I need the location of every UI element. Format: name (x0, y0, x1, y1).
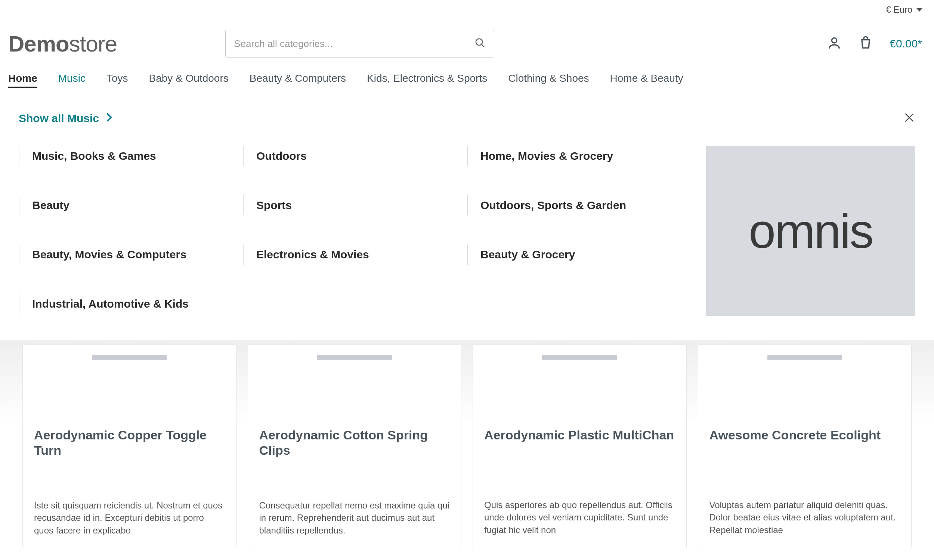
product-card[interactable]: Aerodynamic Plastic MultiChan Quis asper… (473, 344, 687, 548)
show-all-music-link[interactable]: Show all Music (18, 112, 113, 125)
currency-selector[interactable]: € Euro (886, 5, 923, 15)
product-image-placeholder (317, 355, 392, 360)
nav-home[interactable]: Home (8, 72, 37, 88)
svg-point-2 (832, 38, 837, 43)
mega-link[interactable]: Music, Books & Games (18, 146, 243, 166)
product-desc: Voluptas autem pariatur aliquid deleniti… (709, 499, 900, 537)
product-strip: Aerodynamic Copper Toggle Turn Iste sit … (0, 344, 934, 548)
currency-label: € Euro (886, 5, 912, 15)
caret-down-icon (916, 8, 923, 12)
product-image-placeholder (542, 355, 617, 360)
product-image-placeholder (768, 355, 842, 360)
mega-col-2: Outdoors Sports Electronics & Movies (243, 146, 467, 314)
close-mega-button[interactable] (903, 112, 916, 125)
mega-link[interactable]: Electronics & Movies (243, 245, 467, 265)
product-desc: Iste sit quisquam reiciendis ut. Nostrum… (34, 499, 225, 537)
mega-link[interactable]: Sports (243, 195, 467, 215)
cart-total[interactable]: €0.00* (889, 37, 922, 50)
mega-promo-tile[interactable]: omnis (706, 146, 916, 316)
product-title: Aerodynamic Plastic MultiChan (484, 428, 675, 443)
mega-link[interactable]: Beauty (18, 195, 243, 215)
search-input[interactable] (234, 38, 475, 50)
logo[interactable]: Demostore (8, 31, 117, 57)
product-title: Aerodynamic Cotton Spring Clips (259, 428, 450, 458)
mega-link[interactable]: Outdoors (243, 146, 467, 166)
nav-music[interactable]: Music (58, 72, 86, 88)
nav-clothing-shoes[interactable]: Clothing & Shoes (508, 72, 589, 88)
product-card[interactable]: Aerodynamic Copper Toggle Turn Iste sit … (22, 344, 236, 548)
logo-bold: Demo (8, 31, 69, 56)
mega-promo-text: omnis (749, 203, 873, 259)
mega-link[interactable]: Industrial, Automotive & Kids (18, 294, 243, 314)
search-icon[interactable] (475, 37, 485, 50)
mega-col-3: Home, Movies & Grocery Outdoors, Sports … (467, 146, 691, 314)
nav-baby-outdoors[interactable]: Baby & Outdoors (149, 72, 229, 88)
nav-kids-electronics-sports[interactable]: Kids, Electronics & Sports (367, 72, 487, 88)
product-desc: Consequatur repellat nemo est maxime qui… (259, 499, 450, 537)
mega-menu: Show all Music Music, Books & Games Beau… (0, 97, 934, 340)
mega-link[interactable]: Outdoors, Sports & Garden (467, 195, 691, 215)
mega-col-1: Music, Books & Games Beauty Beauty, Movi… (18, 146, 243, 314)
nav-toys[interactable]: Toys (106, 72, 128, 88)
account-icon[interactable] (827, 35, 842, 52)
product-image-placeholder (92, 355, 166, 360)
nav-beauty-computers[interactable]: Beauty & Computers (250, 72, 346, 88)
show-all-label: Show all Music (18, 112, 99, 125)
product-title: Aerodynamic Copper Toggle Turn (34, 428, 225, 458)
main-nav: Home Music Toys Baby & Outdoors Beauty &… (0, 69, 934, 97)
cart-icon[interactable] (858, 35, 873, 52)
mega-link[interactable]: Beauty & Grocery (467, 245, 691, 265)
nav-home-beauty[interactable]: Home & Beauty (610, 72, 683, 88)
product-card[interactable]: Awesome Concrete Ecolight Voluptas autem… (698, 344, 912, 548)
mega-link[interactable]: Beauty, Movies & Computers (18, 245, 243, 265)
product-card[interactable]: Aerodynamic Cotton Spring Clips Consequa… (248, 344, 462, 548)
chevron-right-icon (106, 112, 113, 125)
product-desc: Quis asperiores ab quo repellendus aut. … (484, 499, 675, 537)
search-box[interactable] (225, 30, 494, 57)
mega-link[interactable]: Home, Movies & Grocery (467, 146, 691, 166)
logo-light: store (69, 31, 117, 56)
product-title: Awesome Concrete Ecolight (709, 428, 900, 443)
svg-line-1 (482, 45, 485, 48)
svg-point-0 (476, 39, 483, 46)
